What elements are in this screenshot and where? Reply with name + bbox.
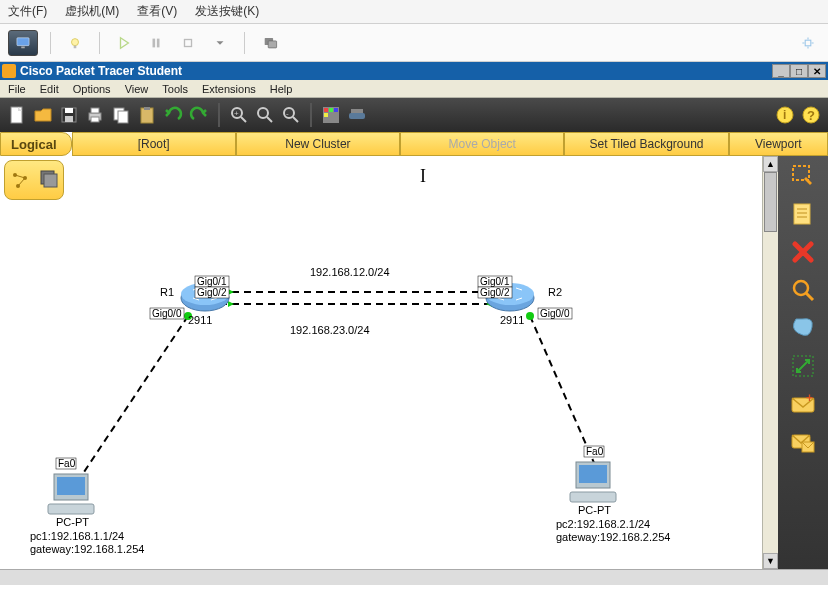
svg-text:?: ? [807,108,815,123]
delete-tool-icon[interactable] [788,238,818,266]
r1-model: 2911 [188,314,212,326]
separator [99,32,100,54]
vm-menu-view[interactable]: 查看(V) [137,3,177,20]
paste-icon[interactable] [136,104,158,126]
simple-pdu-tool-icon[interactable]: + [788,390,818,418]
play-icon[interactable] [112,31,136,55]
vm-menu-machine[interactable]: 虚拟机(M) [65,3,119,20]
custom-device-icon[interactable] [346,104,368,126]
svg-rect-20 [144,107,150,110]
complex-pdu-tool-icon[interactable] [788,428,818,456]
minimize-button[interactable]: _ [772,64,790,78]
scroll-track[interactable] [763,172,778,553]
svg-rect-46 [44,174,57,187]
logical-tab[interactable]: Logical [0,132,72,156]
svg-rect-61 [48,504,94,514]
svg-line-49 [76,316,188,484]
fullscreen-icon[interactable] [257,31,285,55]
app-menubar: File Edit Options View Tools Extensions … [0,80,828,98]
monitor-icon[interactable] [8,30,38,56]
svg-rect-6 [185,39,192,46]
resize-tool-icon[interactable] [788,352,818,380]
zoom-out-icon[interactable]: - [280,104,302,126]
text-cursor-icon: I [420,166,426,187]
canvas[interactable]: I [0,156,762,569]
undo-icon[interactable] [162,104,184,126]
menu-help[interactable]: Help [266,82,297,96]
inspect-tool-icon[interactable] [788,276,818,304]
save-icon[interactable] [58,104,80,126]
set-tiled-bg-button[interactable]: Set Tiled Background [564,132,728,156]
separator [50,32,51,54]
new-cluster-button[interactable]: New Cluster [236,132,400,156]
net23-label: 192.168.23.0/24 [290,324,370,336]
topology-svg: Gig0/1 Gig0/2 Gig0/1 Gig0/2 Gig0/0 Gig0/… [0,156,762,569]
select-tool-icon[interactable] [788,162,818,190]
svg-rect-4 [153,38,156,47]
move-object-button[interactable]: Move Object [400,132,564,156]
menu-edit[interactable]: Edit [36,82,63,96]
new-file-icon[interactable] [6,104,28,126]
info-icon[interactable]: i [774,104,796,126]
stop-icon[interactable] [176,31,200,55]
logical-toolbar: Logical [Root] New Cluster Move Object S… [0,132,828,156]
scroll-up-button[interactable]: ▲ [763,156,778,172]
expand-icon[interactable] [796,31,820,55]
svg-rect-31 [329,108,333,112]
vm-menu-sendkeys[interactable]: 发送按键(K) [195,3,259,20]
svg-point-2 [72,38,79,45]
bulb-icon[interactable] [63,31,87,55]
root-cell[interactable]: [Root] [72,132,236,156]
svg-rect-63 [579,465,607,483]
svg-text:+: + [234,109,239,118]
vm-host-menubar: 文件(F) 虚拟机(M) 查看(V) 发送按键(K) [0,0,828,24]
svg-line-44 [18,178,25,186]
menu-extensions[interactable]: Extensions [198,82,260,96]
zoom-in-icon[interactable]: + [228,104,250,126]
maximize-button[interactable]: □ [790,64,808,78]
pc2-gateway: gateway:192.168.2.254 [556,531,670,543]
svg-rect-12 [65,108,73,113]
main-toolbar: + - i ? [0,98,828,132]
redo-icon[interactable] [188,104,210,126]
draw-shape-tool-icon[interactable] [788,314,818,342]
print-icon[interactable] [84,104,106,126]
zoom-reset-icon[interactable] [254,104,276,126]
pc2[interactable] [570,462,616,502]
pc1-label: PC-PT [56,516,89,528]
note-tool-icon[interactable] [788,200,818,228]
scroll-thumb[interactable] [764,172,777,232]
menu-file[interactable]: File [4,82,30,96]
svg-rect-13 [65,116,73,122]
menu-options[interactable]: Options [69,82,115,96]
dropdown-icon[interactable] [208,31,232,55]
tool-palette: + [778,156,828,569]
svg-rect-0 [17,37,29,45]
r2-model: 2911 [500,314,524,326]
svg-rect-1 [21,46,25,48]
close-button[interactable]: ✕ [808,64,826,78]
vm-menu-file[interactable]: 文件(F) [8,3,47,20]
svg-line-27 [293,117,298,122]
help-icon[interactable]: ? [800,104,822,126]
menu-tools[interactable]: Tools [158,82,192,96]
r2-gig01-label: Gig0/1 [480,276,510,287]
scroll-down-button[interactable]: ▼ [763,553,778,569]
svg-rect-64 [570,492,616,502]
vertical-scrollbar[interactable]: ▲ ▼ [762,156,778,569]
pause-icon[interactable] [144,31,168,55]
copy-icon[interactable] [110,104,132,126]
pc1[interactable] [48,474,94,514]
open-folder-icon[interactable] [32,104,54,126]
svg-line-43 [15,175,25,178]
svg-rect-35 [351,109,363,113]
viewport-button[interactable]: Viewport [729,132,828,156]
titlebar: Cisco Packet Tracer Student _ □ ✕ [0,62,828,80]
svg-line-25 [267,117,272,122]
svg-point-78 [794,281,808,295]
navigation-widget[interactable] [4,160,64,200]
svg-rect-5 [157,38,160,47]
palette-grid-icon[interactable] [320,104,342,126]
pc1-ip: pc1:192.168.1.1/24 [30,530,124,542]
menu-view[interactable]: View [121,82,153,96]
